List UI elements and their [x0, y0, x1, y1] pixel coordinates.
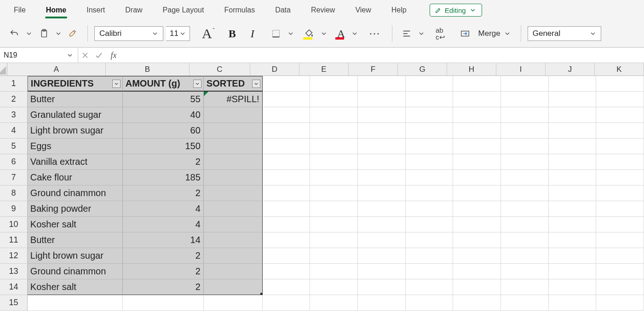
- cell[interactable]: [406, 217, 454, 232]
- tab-formulas[interactable]: Formulas: [214, 1, 265, 19]
- cell[interactable]: [406, 139, 454, 154]
- cell[interactable]: [358, 264, 406, 279]
- cell[interactable]: [406, 264, 454, 279]
- cell[interactable]: [453, 76, 501, 92]
- cell[interactable]: [406, 232, 454, 248]
- cell[interactable]: [406, 92, 454, 107]
- italic-button[interactable]: I: [248, 26, 257, 41]
- cell[interactable]: Ground cinammon: [28, 186, 123, 201]
- cell[interactable]: [204, 295, 263, 311]
- cell[interactable]: 55: [123, 92, 204, 107]
- cell[interactable]: [501, 186, 549, 201]
- cell[interactable]: [406, 170, 454, 186]
- cell[interactable]: [549, 232, 597, 248]
- tab-view[interactable]: View: [345, 1, 381, 19]
- row-header[interactable]: 6: [0, 154, 28, 170]
- cell[interactable]: [263, 76, 310, 92]
- cell[interactable]: Butter: [28, 92, 123, 107]
- name-box[interactable]: N19: [0, 48, 78, 63]
- cell[interactable]: [453, 170, 501, 186]
- cell[interactable]: [263, 279, 310, 295]
- cell[interactable]: [204, 248, 263, 264]
- column-header[interactable]: A: [7, 63, 106, 76]
- cell[interactable]: [204, 186, 263, 201]
- tab-review[interactable]: Review: [301, 1, 345, 19]
- cell[interactable]: INGREDIENTS: [28, 76, 123, 92]
- cell[interactable]: [501, 279, 549, 295]
- cell[interactable]: [310, 170, 358, 186]
- cell[interactable]: [204, 217, 263, 232]
- cell[interactable]: [453, 248, 501, 264]
- cell[interactable]: [501, 248, 549, 264]
- cell[interactable]: [358, 170, 406, 186]
- cell[interactable]: [453, 264, 501, 279]
- align-button[interactable]: [399, 26, 414, 41]
- cell[interactable]: Granulated sugar: [28, 107, 123, 123]
- cell[interactable]: Light brown sugar: [28, 123, 123, 139]
- font-name-select[interactable]: Calibri: [94, 26, 163, 41]
- cell[interactable]: [263, 186, 310, 201]
- cell[interactable]: 4: [123, 201, 204, 217]
- cell[interactable]: [596, 107, 644, 123]
- cell[interactable]: [549, 201, 597, 217]
- cell[interactable]: [263, 232, 310, 248]
- cell[interactable]: [406, 76, 454, 92]
- more-formatting-button[interactable]: ⋯: [364, 26, 385, 41]
- cell[interactable]: [406, 154, 454, 170]
- column-header[interactable]: H: [447, 63, 496, 76]
- column-header[interactable]: D: [250, 63, 299, 76]
- cell[interactable]: [453, 217, 501, 232]
- cell[interactable]: [596, 279, 644, 295]
- column-header[interactable]: B: [106, 63, 190, 76]
- cell[interactable]: [501, 264, 549, 279]
- editing-mode-button[interactable]: Editing: [430, 4, 482, 17]
- cell[interactable]: [501, 170, 549, 186]
- cell[interactable]: Vanilla extract: [28, 154, 123, 170]
- cell[interactable]: [453, 279, 501, 295]
- cell[interactable]: [310, 76, 358, 92]
- cell[interactable]: [406, 123, 454, 139]
- cell[interactable]: [453, 186, 501, 201]
- cell[interactable]: [596, 154, 644, 170]
- cell[interactable]: [501, 217, 549, 232]
- cell[interactable]: [549, 186, 597, 201]
- tab-data[interactable]: Data: [265, 1, 301, 19]
- cell[interactable]: [263, 295, 310, 311]
- fill-more-icon[interactable]: [320, 29, 328, 38]
- cell[interactable]: [358, 248, 406, 264]
- column-header[interactable]: G: [398, 63, 447, 76]
- cell[interactable]: Kosher salt: [28, 217, 123, 232]
- cell[interactable]: [310, 248, 358, 264]
- cell[interactable]: [204, 123, 263, 139]
- cell[interactable]: 2: [123, 154, 204, 170]
- cell[interactable]: [28, 295, 123, 311]
- row-header[interactable]: 13: [0, 264, 28, 279]
- cell[interactable]: [358, 107, 406, 123]
- cell[interactable]: [358, 154, 406, 170]
- cell[interactable]: [263, 248, 310, 264]
- cell[interactable]: [204, 139, 263, 154]
- cell[interactable]: [453, 232, 501, 248]
- cell[interactable]: 2: [123, 248, 204, 264]
- cell[interactable]: 150: [123, 139, 204, 154]
- cell[interactable]: [263, 264, 310, 279]
- tab-file[interactable]: File: [4, 1, 36, 19]
- cell[interactable]: 60: [123, 123, 204, 139]
- row-header[interactable]: 1: [0, 76, 28, 92]
- row-header[interactable]: 15: [0, 295, 28, 311]
- cell[interactable]: [204, 201, 263, 217]
- cell[interactable]: [358, 279, 406, 295]
- cell[interactable]: [596, 123, 644, 139]
- cell[interactable]: [453, 92, 501, 107]
- formula-input[interactable]: [121, 48, 644, 63]
- cell[interactable]: Kosher salt: [28, 279, 123, 295]
- row-header[interactable]: 8: [0, 186, 28, 201]
- cell[interactable]: [549, 107, 597, 123]
- tab-home[interactable]: Home: [36, 1, 76, 19]
- cell[interactable]: [549, 170, 597, 186]
- row-header[interactable]: 12: [0, 248, 28, 264]
- cell[interactable]: [501, 139, 549, 154]
- clipboard-more-icon[interactable]: [54, 29, 63, 38]
- cell[interactable]: Eggs: [28, 139, 123, 154]
- font-color-button[interactable]: A: [334, 26, 348, 41]
